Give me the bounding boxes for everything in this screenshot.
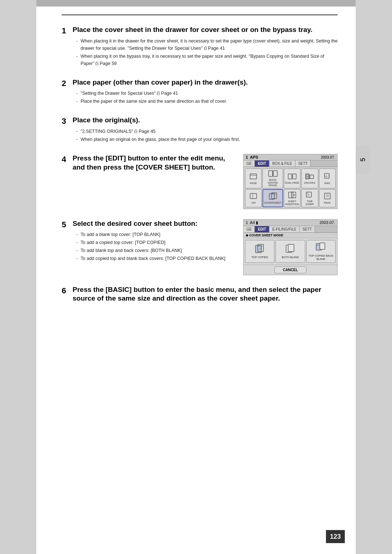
book-centre-icon	[268, 170, 278, 178]
top-copied-back-blank-icon	[316, 242, 326, 253]
step-5-bullets: To add a blank top cover: [TOP BLANK] To…	[76, 231, 236, 262]
dual-page-label: DUAL PAGE	[285, 182, 299, 184]
ui-panel-5: 1 A4 ▮ 2003.07. GE EDIT E-FILING/FILE SE…	[243, 219, 338, 275]
btn-coversheet[interactable]: COVERSHEET	[262, 189, 283, 207]
step-3-bullet-1: "2.SETTING ORIGINALS" ⎙ Page 45	[76, 128, 338, 135]
dual-page-icon	[288, 173, 297, 181]
panel-4-tabs[interactable]: GE EDIT BOX & FILE SETT	[244, 160, 337, 167]
btn-both-blank[interactable]: BOTH BLANK	[275, 240, 305, 263]
panel-5-aps: 1 A4 ▮	[246, 220, 258, 225]
svg-text:A: A	[328, 175, 330, 177]
tab-5-edit[interactable]: EDIT	[255, 226, 269, 232]
top-copied-back-blank-label: TOP COPIED BACK BLANK	[308, 254, 334, 261]
step-5-panel: 1 A4 ▮ 2003.07. GE EDIT E-FILING/FILE SE…	[243, 219, 338, 275]
svg-text:⁷⁄₅: ⁷⁄₅	[307, 192, 309, 194]
ui-panel-4: 1 APS 2003.07. GE EDIT BOX & FILE SETT	[243, 154, 338, 209]
step-2: 2 Place paper (other than cover paper) i…	[62, 78, 338, 106]
tab-5-ge[interactable]: GE	[244, 226, 255, 232]
top-copied-label: TOP COPIED	[252, 256, 268, 259]
step-6-number: 6	[62, 286, 73, 296]
tab-sett[interactable]: SETT	[295, 160, 311, 167]
both-blank-icon	[285, 244, 295, 255]
btn-dual-page[interactable]: DUAL PAGE	[284, 168, 301, 188]
step-5-content: Select the desired cover sheet button: T…	[73, 219, 236, 263]
2in1-icon	[305, 173, 314, 181]
btn-top-copied[interactable]: TOP COPIED	[245, 240, 274, 263]
step-3-bullets: "2.SETTING ORIGINALS" ⎙ Page 45 When pla…	[76, 128, 338, 143]
svg-rect-27	[288, 244, 294, 252]
coversheet-label: COVERSHEET	[264, 201, 281, 204]
step-1-number: 1	[62, 26, 73, 36]
top-copied-icon	[255, 244, 265, 255]
tab-ge[interactable]: GE	[244, 160, 255, 167]
tab-5-sett[interactable]: SETT	[299, 226, 315, 232]
step-6-content: Press the [BASIC] button to enter the ba…	[73, 285, 338, 306]
cancel-row: CANCEL	[244, 265, 337, 275]
btn-sheet-insertion[interactable]: SHEET INSERTION	[284, 189, 301, 207]
both-blank-label: BOTH BLANK	[282, 256, 299, 259]
btn-2in1[interactable]: 2IN1/4IN1	[301, 168, 318, 188]
step-5-bullet-1: To add a blank top cover: [TOP BLANK]	[76, 231, 236, 238]
tab-edit[interactable]: EDIT	[255, 160, 269, 167]
step-5-left: 5 Select the desired cover sheet button:…	[62, 219, 236, 275]
top-bar	[36, 0, 356, 7]
top-divider	[62, 15, 338, 15]
panel-4-aps: 1 APS	[246, 155, 258, 159]
coversheet-icon	[269, 192, 277, 201]
step-1-bullets: When placing it in the drawer for the co…	[76, 37, 338, 67]
svg-rect-14	[250, 194, 257, 199]
mag-icon: AA	[323, 172, 331, 181]
btn-rase[interactable]: RASE	[245, 168, 262, 188]
tab-box-file[interactable]: BOX & FILE	[269, 160, 295, 167]
step-5: 5 Select the desired cover sheet button:…	[62, 219, 338, 275]
mag-label: MAG	[324, 182, 330, 185]
cancel-button[interactable]: CANCEL	[274, 266, 306, 273]
cover-sheet-label: ◆ COVER SHEET MODE	[244, 233, 337, 238]
svg-rect-2	[269, 171, 273, 176]
step-1-title: Place the cover sheet in the drawer for …	[73, 25, 338, 34]
btn-om[interactable]: OM	[245, 189, 262, 207]
step-6: 6 Press the [BASIC] button to enter the …	[62, 285, 338, 306]
step-2-bullet-1: "Setting the Drawer for Special Uses" ⎙ …	[76, 90, 338, 97]
step-6-title: Press the [BASIC] button to enter the ba…	[73, 285, 338, 303]
time-stamp-label: TIME STAMP	[302, 200, 317, 205]
svg-rect-29	[320, 243, 325, 249]
step-2-title: Place paper (other than cover paper) in …	[73, 78, 338, 87]
cover-sheet-buttons: TOP COPIED BOTH BLANK	[244, 238, 337, 265]
step-4: 4 Press the [EDIT] button to enter the e…	[62, 154, 338, 209]
svg-rect-18	[289, 192, 293, 198]
om-label: OM	[252, 201, 256, 204]
panel-5-date: 2003.07.	[319, 220, 335, 225]
panel-4-date: 2003.07.	[321, 155, 335, 159]
step-3-title: Place the original(s).	[73, 116, 338, 125]
panel-5-tabs[interactable]: GE EDIT E-FILING/FILE SETT	[244, 226, 337, 233]
panel-4-header: 1 APS 2003.07.	[244, 154, 337, 160]
step-5-number: 5	[62, 220, 73, 229]
panel-4-buttons: RASE BOOK CENTRE ERASE DUAL PAGE	[244, 167, 337, 208]
svg-rect-9	[306, 177, 309, 178]
step-1-bullet-1: When placing it in the drawer for the co…	[76, 37, 338, 52]
page-number: 123	[326, 530, 345, 543]
page: 5 1 Place the cover sheet in the drawer …	[36, 0, 356, 554]
page-icon	[323, 192, 331, 201]
step-3-bullet-2: When placing an original on the glass, p…	[76, 136, 338, 143]
svg-rect-10	[310, 175, 314, 179]
tab-5-efiling[interactable]: E-FILING/FILE	[269, 226, 299, 232]
step-4-number: 4	[62, 155, 73, 164]
step-5-bullet-4: To add copied top and blank back covers:…	[76, 255, 236, 262]
btn-page[interactable]: PAGE	[319, 189, 336, 207]
btn-top-copied-back-blank[interactable]: TOP COPIED BACK BLANK	[306, 240, 336, 263]
step-3-number: 3	[62, 117, 73, 126]
sheet-insertion-icon	[288, 191, 297, 199]
svg-text:A: A	[325, 175, 327, 178]
step-4-title: Press the [EDIT] button to enter the edi…	[73, 154, 236, 172]
step-3-content: Place the original(s). "2.SETTING ORIGIN…	[73, 116, 338, 144]
btn-book-centre[interactable]: BOOK CENTRE ERASE	[262, 168, 283, 188]
panel-5-header: 1 A4 ▮ 2003.07.	[244, 220, 337, 226]
step-2-number: 2	[62, 79, 73, 88]
btn-time-stamp[interactable]: 10 ⁷⁄₅ TIME STAMP	[301, 189, 318, 207]
step-3: 3 Place the original(s). "2.SETTING ORIG…	[62, 116, 338, 144]
btn-mag[interactable]: AA MAG	[319, 168, 336, 188]
page-label: PAGE	[324, 201, 331, 204]
rase-label: RASE	[250, 182, 257, 185]
